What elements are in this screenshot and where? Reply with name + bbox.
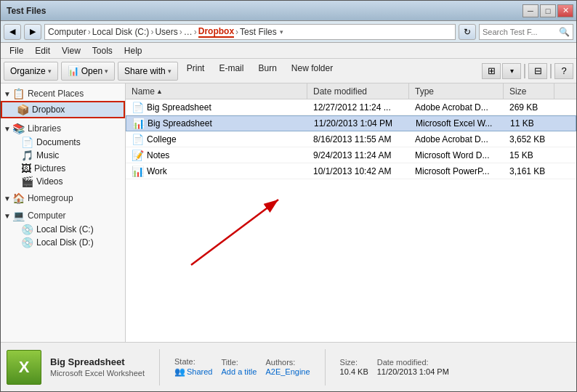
pictures-label: Pictures <box>34 163 65 173</box>
nav-item-pictures[interactable]: 🖼 Pictures <box>1 162 125 175</box>
table-row[interactable]: 📄 Big Spreadsheet 12/27/2012 11:24 ... A… <box>126 99 576 115</box>
computer-header[interactable]: ▼ 💻 Computer <box>1 208 125 223</box>
homegroup-section: ▼ 🏠 Homegroup <box>1 191 125 205</box>
menu-edit[interactable]: Edit <box>29 44 56 57</box>
pdf-icon: 📄 <box>132 134 144 145</box>
menu-view[interactable]: View <box>56 44 86 57</box>
table-row[interactable]: 📊 Big Spreadsheet 11/20/2013 1:04 PM Mic… <box>126 115 576 131</box>
col-header-date[interactable]: Date modified <box>307 83 409 99</box>
music-label: Music <box>36 150 59 160</box>
minimize-button[interactable]: ─ <box>522 4 538 17</box>
burn-button[interactable]: Burn <box>252 62 282 81</box>
breadcrumb-bar[interactable]: Computer › Local Disk (C:) › Users › … ›… <box>44 24 456 40</box>
email-button[interactable]: E-mail <box>213 62 249 81</box>
file-date-cell: 12/27/2012 11:24 ... <box>307 99 409 115</box>
table-row[interactable]: 📄 College 8/16/2013 11:55 AM Adobe Acrob… <box>126 131 576 147</box>
date-value: 11/20/2013 1:04 PM <box>377 367 449 376</box>
dropbox-icon: 📦 <box>17 104 29 115</box>
new-folder-button[interactable]: New folder <box>286 62 339 81</box>
col-header-type[interactable]: Type <box>409 83 504 99</box>
table-row[interactable]: 📝 Notes 9/24/2013 11:24 AM Microsoft Wor… <box>126 147 576 163</box>
homegroup-header[interactable]: ▼ 🏠 Homegroup <box>1 191 125 205</box>
help-button[interactable]: ? <box>554 63 573 79</box>
nav-item-music[interactable]: 🎵 Music <box>1 149 125 162</box>
file-name-cell: 📊 Big Spreadsheet <box>126 116 308 131</box>
authors-value: A2E_Engine <box>265 367 310 376</box>
recent-places-label: Recent Places <box>28 89 84 99</box>
status-bar: X Big Spreadsheet Microsoft Excel Worksh… <box>1 342 576 391</box>
breadcrumb-user[interactable]: … <box>184 27 193 37</box>
file-type-cell: Microsoft PowerP... <box>409 163 504 179</box>
computer-icon: 💻 <box>12 210 25 221</box>
status-state: State: 👥 Shared <box>174 357 212 377</box>
file-date-cell: 8/16/2013 11:55 AM <box>307 131 409 147</box>
recent-places-icon: 📋 <box>12 88 25 99</box>
menu-tools[interactable]: Tools <box>86 44 118 57</box>
menu-help[interactable]: Help <box>118 44 148 57</box>
toolbar-right: ⊞ ▾ ⊟ ? <box>482 63 573 79</box>
menu-bar: File Edit View Tools Help <box>1 43 576 59</box>
view-toggle-button[interactable]: ⊞ <box>482 63 501 79</box>
pdf-icon: 📄 <box>132 102 144 113</box>
title-value: Add a title <box>222 367 257 376</box>
nav-item-videos[interactable]: 🎬 Videos <box>1 175 125 188</box>
breadcrumb-localdisk[interactable]: Local Disk (C:) <box>92 27 150 37</box>
file-type-cell: Adobe Acrobat D... <box>409 131 504 147</box>
file-name-cell: 📄 Big Spreadsheet <box>126 99 307 115</box>
toolbar-separator <box>524 64 525 78</box>
open-button[interactable]: 📊 Open ▾ <box>61 62 115 81</box>
preview-toggle-button[interactable]: ⊟ <box>528 63 547 79</box>
nav-item-local-disk-d[interactable]: 💿 Local Disk (D:) <box>1 236 125 249</box>
file-date-cell: 11/20/2013 1:04 PM <box>308 116 410 131</box>
refresh-button[interactable]: ↻ <box>459 24 476 40</box>
explorer-window: Test Files ─ □ ✕ ◀ ▶ Computer › Local Di… <box>0 0 577 392</box>
breadcrumb-computer[interactable]: Computer <box>48 27 86 37</box>
breadcrumb-dropbox[interactable]: Dropbox <box>198 26 234 38</box>
forward-button[interactable]: ▶ <box>24 24 41 40</box>
recent-places-arrow-icon: ▼ <box>4 90 11 98</box>
title-bar: Test Files ─ □ ✕ <box>1 1 576 21</box>
libraries-arrow-icon: ▼ <box>4 125 11 133</box>
open-label: Open <box>81 66 102 76</box>
file-date-cell: 9/24/2013 11:24 AM <box>307 147 409 163</box>
back-button[interactable]: ◀ <box>4 24 21 40</box>
breadcrumb-dropdown-icon: ▾ <box>280 28 283 36</box>
libraries-header[interactable]: ▼ 📚 Libraries <box>1 121 125 136</box>
file-date-cell: 10/1/2013 10:42 AM <box>307 163 409 179</box>
excel-logo: X <box>19 358 30 377</box>
maximize-button[interactable]: □ <box>540 4 556 17</box>
breadcrumb-testfiles[interactable]: Test Files <box>240 27 277 37</box>
computer-arrow-icon: ▼ <box>4 212 11 220</box>
window-controls: ─ □ ✕ <box>522 4 573 17</box>
search-icon[interactable]: 🔍 <box>559 27 570 37</box>
col-name-sort-icon: ▲ <box>156 88 163 95</box>
nav-item-local-disk-c[interactable]: 💿 Local Disk (C:) <box>1 223 125 236</box>
share-with-button[interactable]: Share with ▾ <box>118 62 178 81</box>
nav-item-documents[interactable]: 📄 Documents <box>1 136 125 149</box>
open-excel-icon: 📊 <box>68 65 79 76</box>
recent-places-header[interactable]: ▼ 📋 Recent Places <box>1 86 125 101</box>
organize-button[interactable]: Organize ▾ <box>4 62 58 81</box>
col-header-name[interactable]: Name ▲ <box>126 83 307 99</box>
table-row[interactable]: 📊 Work 10/1/2013 10:42 AM Microsoft Powe… <box>126 163 576 179</box>
ppt-icon: 📊 <box>132 166 144 177</box>
share-with-label: Share with <box>124 66 166 76</box>
col-header-size[interactable]: Size <box>504 83 554 99</box>
file-size-cell: 11 KB <box>504 116 555 131</box>
dropbox-nav-item[interactable]: 📦 Dropbox <box>1 101 125 118</box>
pictures-icon: 🖼 <box>21 163 31 174</box>
libraries-icon: 📚 <box>12 123 25 134</box>
size-value: 10.4 KB <box>340 367 368 376</box>
authors-label: Authors: <box>265 358 310 367</box>
print-button[interactable]: Print <box>181 62 211 81</box>
libraries-section: ▼ 📚 Libraries 📄 Documents 🎵 Music 🖼 Pict… <box>1 121 125 188</box>
homegroup-arrow-icon: ▼ <box>4 195 11 203</box>
search-input[interactable] <box>483 28 559 36</box>
toolbar-separator-2 <box>550 64 552 78</box>
search-bar[interactable]: 🔍 <box>479 24 573 40</box>
view-chevron-button[interactable]: ▾ <box>502 63 521 79</box>
menu-file[interactable]: File <box>4 44 29 57</box>
close-button[interactable]: ✕ <box>557 4 573 17</box>
title-label: Title: <box>222 358 257 367</box>
breadcrumb-users[interactable]: Users <box>155 27 177 37</box>
